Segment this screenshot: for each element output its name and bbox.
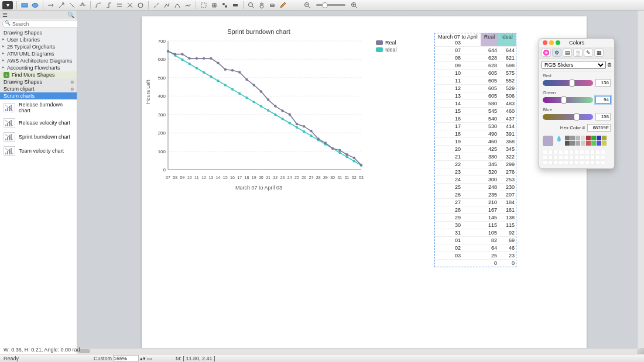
- zoom-icon[interactable]: [556, 40, 560, 45]
- gear-icon[interactable]: ⚙: [607, 62, 612, 68]
- red-slider[interactable]: [543, 80, 593, 86]
- arrow2-icon[interactable]: [57, 1, 66, 9]
- burndown-chart[interactable]: Sprint burndown chart Hours Left 0100200…: [148, 28, 370, 192]
- status-zoom-input[interactable]: [113, 355, 139, 361]
- find-more-shapes[interactable]: ＋ Find More Shapes: [0, 71, 77, 78]
- empty-swatch[interactable]: [601, 160, 605, 165]
- node2-icon[interactable]: [210, 1, 218, 9]
- table-row[interactable]: 26235207: [435, 191, 516, 198]
- empty-swatch[interactable]: [569, 160, 574, 165]
- print-icon[interactable]: [268, 1, 276, 9]
- sidebar-section[interactable]: Scrum clipart⊗: [0, 85, 77, 92]
- search-input[interactable]: [2, 20, 82, 28]
- close-icon[interactable]: [543, 40, 547, 45]
- status-zoom[interactable]: Custom ▴▾ ▭: [94, 355, 152, 361]
- empty-swatch[interactable]: [543, 155, 547, 160]
- arrow3-icon[interactable]: [68, 1, 76, 9]
- table-row[interactable]: 28167161: [435, 206, 516, 213]
- hand-tool-icon[interactable]: [258, 1, 266, 9]
- resize-corner[interactable]: [637, 348, 644, 354]
- empty-swatch[interactable]: [559, 150, 563, 154]
- patterns-mode-icon[interactable]: ▦: [594, 49, 604, 57]
- empty-swatch[interactable]: [595, 160, 600, 165]
- empty-swatch[interactable]: [548, 155, 553, 160]
- zoom-out-icon[interactable]: [303, 1, 311, 9]
- swatch[interactable]: [586, 141, 591, 146]
- empty-swatch[interactable]: [580, 160, 584, 165]
- empty-swatch[interactable]: [564, 150, 568, 154]
- table-row[interactable]: 018269: [435, 236, 516, 244]
- table-row[interactable]: 16540437: [435, 115, 516, 122]
- empty-swatch[interactable]: [585, 155, 590, 160]
- swatch[interactable]: [576, 136, 580, 140]
- draw3-icon[interactable]: [173, 1, 181, 9]
- cat-aws[interactable]: AWS Architecture Diagrams: [0, 57, 77, 64]
- arrow4-icon[interactable]: [78, 1, 87, 9]
- table-row[interactable]: 14580483: [435, 99, 516, 107]
- swatch[interactable]: [581, 141, 585, 146]
- node3-icon[interactable]: [221, 1, 229, 9]
- conn4-icon[interactable]: [126, 1, 134, 9]
- draw4-icon[interactable]: [184, 1, 192, 9]
- cat-accounting[interactable]: Accounting Flowcharts: [0, 64, 77, 71]
- arrow1-icon[interactable]: [47, 1, 55, 9]
- close-icon[interactable]: ⊗: [70, 87, 74, 92]
- green-value[interactable]: [595, 96, 611, 104]
- table-row[interactable]: 026446: [435, 244, 516, 251]
- empty-swatch[interactable]: [574, 155, 579, 160]
- blue-value[interactable]: [595, 113, 611, 120]
- ruler-icon[interactable]: ▭: [147, 356, 152, 361]
- zoom-in-icon[interactable]: [350, 1, 358, 9]
- table-row[interactable]: 10605575: [435, 69, 516, 77]
- table-row[interactable]: 27210184: [435, 198, 516, 206]
- table-row[interactable]: 09628598: [435, 61, 516, 69]
- empty-swatch[interactable]: [595, 155, 600, 160]
- table-row[interactable]: 20425345: [435, 145, 516, 153]
- red-value[interactable]: [595, 79, 611, 87]
- crayons-mode-icon[interactable]: ✎: [584, 49, 593, 57]
- sidebar-section[interactable]: Scrum charts⊗: [0, 92, 77, 99]
- shape-item[interactable]: Release velocity chart: [0, 116, 77, 130]
- cat-orgcharts[interactable]: 25 Typical Orgcharts: [0, 43, 77, 50]
- shape-item[interactable]: Sprint burndown chart: [0, 130, 77, 144]
- swatch[interactable]: [565, 141, 570, 146]
- empty-swatch[interactable]: [553, 160, 558, 165]
- swatch[interactable]: [597, 141, 601, 146]
- table-row[interactable]: 12605529: [435, 84, 516, 92]
- palette-mode-icon[interactable]: ▤: [563, 49, 572, 57]
- swatch[interactable]: [602, 141, 607, 146]
- conn5-icon[interactable]: [136, 1, 145, 9]
- swatch[interactable]: [570, 136, 575, 140]
- table-row[interactable]: 17530414: [435, 122, 516, 130]
- table-row[interactable]: 11605552: [435, 77, 516, 84]
- eyedropper-icon[interactable]: 💧: [556, 136, 563, 143]
- cat-drawing-shapes[interactable]: Drawing Shapes: [0, 29, 77, 36]
- table-row[interactable]: 22345299: [435, 160, 516, 168]
- colors-titlebar[interactable]: Colors: [539, 39, 614, 47]
- filter-icon[interactable]: 🔍: [67, 12, 74, 18]
- menu-button[interactable]: ▾: [2, 1, 13, 9]
- horizontal-scrollbar[interactable]: [77, 348, 637, 354]
- minimize-icon[interactable]: [549, 40, 554, 45]
- current-color-swatch[interactable]: [543, 136, 553, 146]
- preset-swatch-grid[interactable]: [565, 136, 607, 146]
- sidebar-section[interactable]: Drawing Shapes⊗: [0, 78, 77, 85]
- sidebar-view-tabs[interactable]: ☰ 🔍: [0, 11, 77, 19]
- zoom-stepper-icon[interactable]: ▴▾: [140, 356, 146, 361]
- empty-swatch[interactable]: [548, 160, 553, 165]
- empty-swatch[interactable]: [543, 150, 547, 154]
- empty-swatch[interactable]: [559, 160, 563, 165]
- empty-swatch[interactable]: [590, 155, 595, 160]
- empty-swatch[interactable]: [580, 155, 584, 160]
- empty-swatch[interactable]: [564, 160, 568, 165]
- edit-icon[interactable]: [279, 1, 287, 9]
- table-row[interactable]: 07644644: [435, 46, 516, 54]
- swatch[interactable]: [565, 136, 570, 140]
- green-slider[interactable]: [543, 97, 593, 103]
- empty-swatch[interactable]: [580, 150, 584, 154]
- table-row[interactable]: 24300253: [435, 175, 516, 183]
- hex-value[interactable]: [587, 124, 611, 132]
- empty-swatch[interactable]: [564, 155, 568, 160]
- draw2-icon[interactable]: [163, 1, 171, 9]
- empty-swatch[interactable]: [569, 155, 574, 160]
